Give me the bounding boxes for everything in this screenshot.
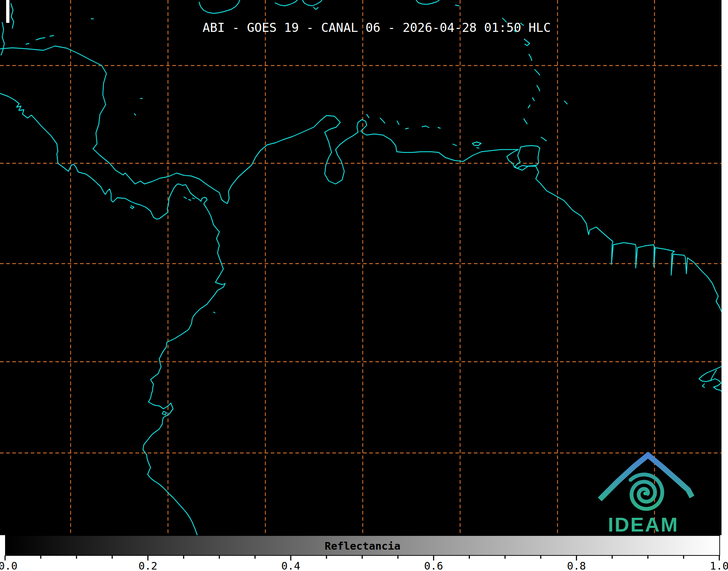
logo-hurricane-swirl-icon — [631, 475, 662, 509]
colorbar: Reflectancia — [5, 535, 720, 556]
colorbar-tick-label: 0.8 — [567, 560, 586, 571]
satellite-map: ABI - GOES 19 - CANAL 06 - 2026-04-28 01… — [0, 0, 721, 535]
colorbar-label: Reflectancia — [6, 540, 719, 552]
colorbar-tick-label: 0.4 — [281, 560, 300, 571]
colorbar-tick-label: 0.2 — [138, 560, 157, 571]
colorbar-ticks: 0.00.20.40.60.81.0 — [0, 555, 728, 571]
colorbar-tick-label: 1.0 — [710, 560, 728, 571]
logo-text: IDEAM — [608, 513, 678, 535]
ideam-logo: IDEAM — [0, 0, 721, 535]
figure: ABI - GOES 19 - CANAL 06 - 2026-04-28 01… — [0, 0, 728, 571]
logo-swirl-eye-icon — [643, 492, 647, 495]
colorbar-tick-label: 0.0 — [0, 560, 17, 571]
colorbar-tick-label: 0.6 — [424, 560, 443, 571]
